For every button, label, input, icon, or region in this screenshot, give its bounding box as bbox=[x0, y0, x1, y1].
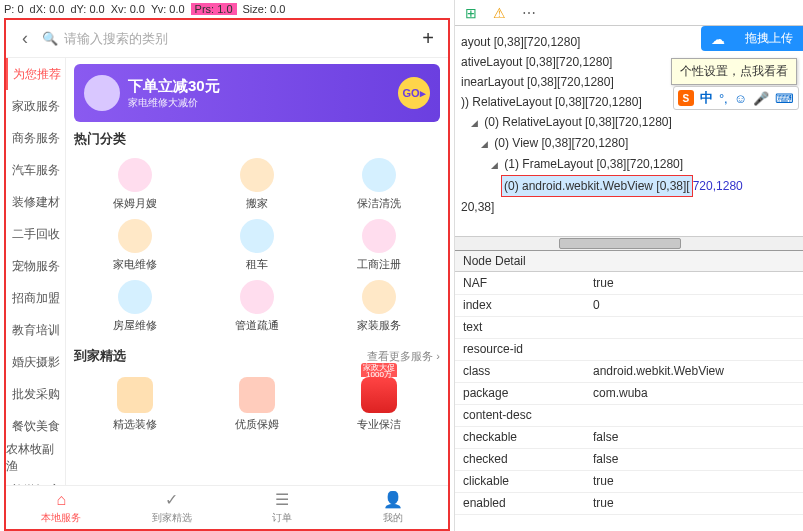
category-icon bbox=[240, 158, 274, 192]
category-icon bbox=[118, 219, 152, 253]
sidebar-item[interactable]: 招商加盟 bbox=[6, 282, 65, 314]
detail-row: checkablefalse bbox=[455, 426, 803, 448]
search-input[interactable]: 🔍请输入搜索的类别 bbox=[42, 30, 410, 48]
nav-item[interactable]: ✓到家精选 bbox=[117, 486, 228, 529]
sidebar-item[interactable]: 旅游酒店 bbox=[6, 474, 65, 485]
sidebar-item[interactable]: 装修建材 bbox=[6, 186, 65, 218]
more-link[interactable]: 查看更多服务 › bbox=[367, 349, 440, 364]
detail-row: clickabletrue bbox=[455, 470, 803, 492]
ime-keyboard-icon: ⌨ bbox=[775, 91, 794, 106]
ime-mic-icon: 🎤 bbox=[753, 91, 769, 106]
featured-icon: 家政大促1000万 bbox=[361, 377, 397, 413]
nav-icon: ✓ bbox=[165, 490, 178, 509]
sidebar-item[interactable]: 汽车服务 bbox=[6, 154, 65, 186]
category-icon bbox=[362, 158, 396, 192]
hot-cell[interactable]: 保洁清洗 bbox=[318, 154, 440, 215]
hot-cell[interactable]: 工商注册 bbox=[318, 215, 440, 276]
sidebar-item[interactable]: 教育培训 bbox=[6, 314, 65, 346]
tooltip: 个性设置，点我看看 bbox=[671, 58, 797, 85]
expand-icon[interactable]: ⊞ bbox=[465, 5, 477, 21]
upload-float-button[interactable]: ☁ 拖拽上传 bbox=[701, 26, 803, 51]
sidebar-item[interactable]: 宠物服务 bbox=[6, 250, 65, 282]
nav-icon: ☰ bbox=[275, 490, 289, 509]
search-icon: 🔍 bbox=[42, 31, 58, 46]
nav-item[interactable]: ⌂本地服务 bbox=[6, 486, 117, 529]
nav-item[interactable]: 👤我的 bbox=[338, 486, 449, 529]
category-icon bbox=[362, 219, 396, 253]
tree-scrollbar[interactable] bbox=[455, 236, 803, 250]
detail-row: text bbox=[455, 316, 803, 338]
category-icon bbox=[118, 280, 152, 314]
tree-row[interactable]: ◢ (0) View [0,38][720,1280] bbox=[461, 133, 797, 154]
detail-row: classandroid.webkit.WebView bbox=[455, 360, 803, 382]
category-sidebar: 为您推荐家政服务商务服务汽车服务装修建材二手回收宠物服务招商加盟教育培训婚庆摄影… bbox=[6, 58, 66, 485]
nav-item[interactable]: ☰订单 bbox=[227, 486, 338, 529]
featured-icon bbox=[117, 377, 153, 413]
sidebar-item[interactable]: 农林牧副渔 bbox=[6, 442, 65, 474]
sidebar-item[interactable]: 批发采购 bbox=[6, 378, 65, 410]
promo-banner[interactable]: 下单立减30元家电维修大减价 GO▸ bbox=[74, 64, 440, 122]
warn-icon[interactable]: ⚠ bbox=[493, 5, 506, 21]
sidebar-item[interactable]: 婚庆摄影 bbox=[6, 346, 65, 378]
hot-cell[interactable]: 家装服务 bbox=[318, 276, 440, 337]
category-icon bbox=[362, 280, 396, 314]
node-detail-header: Node Detail bbox=[455, 251, 803, 272]
tree-row[interactable]: ◢ (1) FrameLayout [0,38][720,1280] bbox=[461, 154, 797, 175]
detail-row: enabledtrue bbox=[455, 492, 803, 514]
banner-avatar bbox=[84, 75, 120, 111]
hot-cell[interactable]: 家电维修 bbox=[74, 215, 196, 276]
section-hot-title: 热门分类 bbox=[74, 130, 440, 148]
category-icon bbox=[240, 280, 274, 314]
coord-info: P: 0dX: 0.0dY: 0.0Xv: 0.0Yv: 0.0Prs: 1.0… bbox=[0, 0, 454, 18]
sidebar-item[interactable]: 二手回收 bbox=[6, 218, 65, 250]
featured-cell[interactable]: 优质保姆 bbox=[196, 377, 318, 432]
hot-cell[interactable]: 租车 bbox=[196, 215, 318, 276]
tree-row[interactable]: 20,38] bbox=[461, 197, 797, 217]
hot-cell[interactable]: 房屋维修 bbox=[74, 276, 196, 337]
featured-cell[interactable]: 家政大促1000万专业保洁 bbox=[318, 377, 440, 432]
ime-logo-icon: S bbox=[678, 90, 694, 106]
section-featured-title: 到家精选 bbox=[74, 347, 126, 365]
detail-row: packagecom.wuba bbox=[455, 382, 803, 404]
phone-viewport: ‹ 🔍请输入搜索的类别 + 为您推荐家政服务商务服务汽车服务装修建材二手回收宠物… bbox=[4, 18, 450, 531]
nav-icon: 👤 bbox=[383, 490, 403, 509]
category-icon bbox=[240, 219, 274, 253]
sidebar-item[interactable]: 餐饮美食 bbox=[6, 410, 65, 442]
node-detail-panel: Node Detail NAFtrueindex0textresource-id… bbox=[455, 250, 803, 531]
back-icon[interactable]: ‹ bbox=[16, 28, 34, 49]
inspector-toolbar: ⊞ ⚠ ⋯ bbox=[455, 0, 803, 26]
bottom-nav: ⌂本地服务✓到家精选☰订单👤我的 bbox=[6, 485, 448, 529]
detail-row: content-desc bbox=[455, 404, 803, 426]
detail-row: NAFtrue bbox=[455, 272, 803, 294]
sidebar-item[interactable]: 商务服务 bbox=[6, 122, 65, 154]
ime-bar[interactable]: S 中 °, ☺ 🎤 ⌨ bbox=[673, 86, 799, 110]
ime-punct-icon: °, bbox=[719, 91, 728, 106]
nav-icon: ⌂ bbox=[56, 491, 66, 509]
featured-row: 精选装修优质保姆家政大促1000万专业保洁 bbox=[74, 377, 440, 432]
detail-row: checkedfalse bbox=[455, 448, 803, 470]
hot-cell[interactable]: 搬家 bbox=[196, 154, 318, 215]
detail-row: index0 bbox=[455, 294, 803, 316]
cloud-icon: ☁ bbox=[701, 26, 735, 51]
go-button[interactable]: GO▸ bbox=[398, 77, 430, 109]
add-icon[interactable]: + bbox=[418, 27, 438, 50]
menu-icon[interactable]: ⋯ bbox=[522, 5, 538, 21]
hot-grid: 保姆月嫂搬家保洁清洗家电维修租车工商注册房屋维修管道疏通家装服务 bbox=[74, 154, 440, 337]
hot-cell[interactable]: 管道疏通 bbox=[196, 276, 318, 337]
tree-row[interactable]: (0) android.webkit.WebView [0,38][720,12… bbox=[461, 175, 797, 197]
sidebar-item[interactable]: 为您推荐 bbox=[6, 58, 65, 90]
featured-icon bbox=[239, 377, 275, 413]
tree-row[interactable]: ◢ (0) RelativeLayout [0,38][720,1280] bbox=[461, 112, 797, 133]
category-icon bbox=[118, 158, 152, 192]
featured-cell[interactable]: 精选装修 bbox=[74, 377, 196, 432]
sidebar-item[interactable]: 家政服务 bbox=[6, 90, 65, 122]
ime-smile-icon: ☺ bbox=[734, 91, 747, 106]
hot-cell[interactable]: 保姆月嫂 bbox=[74, 154, 196, 215]
detail-row: resource-id bbox=[455, 338, 803, 360]
